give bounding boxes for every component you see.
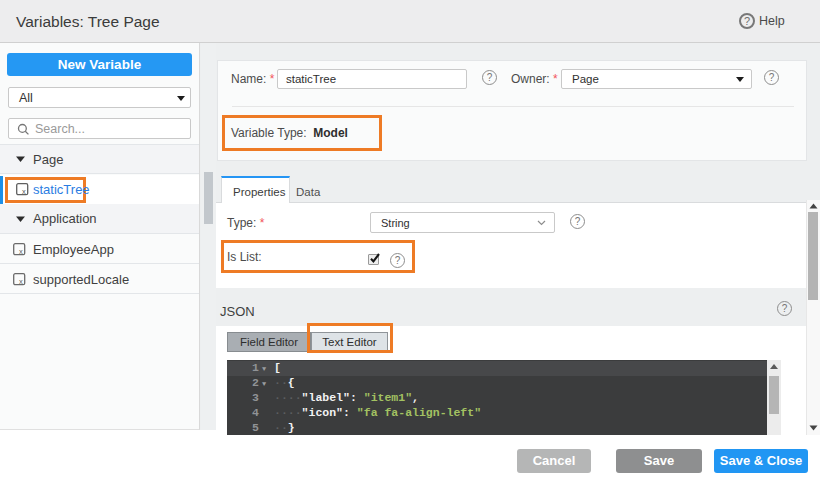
svg-text:x: x <box>19 277 23 286</box>
svg-text:x: x <box>19 247 23 256</box>
svg-text:x: x <box>22 187 26 196</box>
